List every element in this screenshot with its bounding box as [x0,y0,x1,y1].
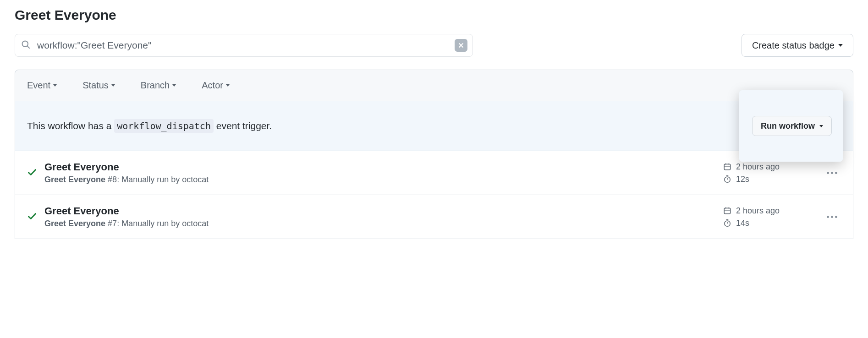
run-number: #8 [108,175,117,184]
run-title[interactable]: Greet Everyone [44,205,723,217]
filter-status[interactable]: Status [82,80,115,91]
badge-button-label: Create status badge [752,40,835,51]
caret-down-icon [819,125,823,127]
run-actor[interactable]: octocat [182,219,209,228]
create-status-badge-button[interactable]: Create status badge [742,34,853,57]
filter-event-label: Event [27,80,50,91]
page-title: Greet Everyone [15,7,853,23]
run-workflow-button[interactable]: Run workflow [752,116,832,136]
dispatch-prefix: This workflow has a [27,120,114,131]
svg-line-1 [27,46,30,49]
run-workflow-label: Run workflow [761,121,815,131]
run-title[interactable]: Greet Everyone [44,161,723,173]
dispatch-suffix: event trigger. [214,120,272,131]
dispatch-bar: This workflow has a workflow_dispatch ev… [15,101,853,151]
run-subtitle: Greet Everyone #8: Manually run by octoc… [44,175,723,185]
run-meta: 2 hours ago 12s [723,162,801,184]
filter-status-label: Status [82,80,109,91]
run-number: #7 [108,219,117,228]
run-workflow-name: Greet Everyone [44,219,105,228]
caret-down-icon [226,84,230,87]
run-duration: 14s [723,218,801,228]
filter-event[interactable]: Event [27,80,57,91]
run-duration: 12s [723,174,801,184]
top-toolbar: Create status badge [15,34,853,57]
run-duration-text: 14s [736,218,749,228]
run-duration-text: 12s [736,174,749,184]
dispatch-text: This workflow has a workflow_dispatch ev… [27,120,272,131]
run-meta: 2 hours ago 14s [723,206,801,228]
svg-point-0 [22,41,28,47]
search-wrap [15,34,473,57]
caret-down-icon [172,84,176,87]
caret-down-icon [111,84,115,87]
filter-actor-label: Actor [202,80,223,91]
dispatch-code: workflow_dispatch [114,119,214,133]
run-time: 2 hours ago [723,162,801,172]
run-main: Greet Everyone Greet Everyone #7: Manual… [44,205,723,229]
calendar-icon [723,163,731,171]
run-actor[interactable]: octocat [182,175,209,184]
run-time-text: 2 hours ago [736,206,780,216]
close-icon [458,42,464,49]
run-actions-menu[interactable] [823,212,841,222]
run-trigger: : Manually run by [117,219,182,228]
caret-down-icon [53,84,57,87]
search-input[interactable] [15,34,473,57]
run-main: Greet Everyone Greet Everyone #8: Manual… [44,161,723,185]
check-icon [27,211,42,223]
clear-search-button[interactable] [455,39,467,52]
run-subtitle: Greet Everyone #7: Manually run by octoc… [44,219,723,229]
run-workflow-highlight: Run workflow [739,90,843,162]
filter-bar: Event Status Branch Actor [15,70,853,101]
filter-branch[interactable]: Branch [141,80,176,91]
check-icon [27,167,42,179]
filter-branch-label: Branch [141,80,170,91]
stopwatch-icon [723,219,731,227]
svg-rect-11 [724,208,731,213]
run-actions-menu[interactable] [823,168,841,178]
filter-actor[interactable]: Actor [202,80,230,91]
run-time-text: 2 hours ago [736,162,780,172]
run-trigger: : Manually run by [117,175,182,184]
stopwatch-icon [723,175,731,183]
caret-down-icon [838,44,843,47]
run-time: 2 hours ago [723,206,801,216]
workflow-run-row[interactable]: Greet Everyone Greet Everyone #8: Manual… [15,151,853,195]
search-icon [21,40,30,51]
run-workflow-name: Greet Everyone [44,175,105,184]
workflow-run-row[interactable]: Greet Everyone Greet Everyone #7: Manual… [15,195,853,239]
svg-rect-4 [724,164,731,169]
calendar-icon [723,207,731,215]
